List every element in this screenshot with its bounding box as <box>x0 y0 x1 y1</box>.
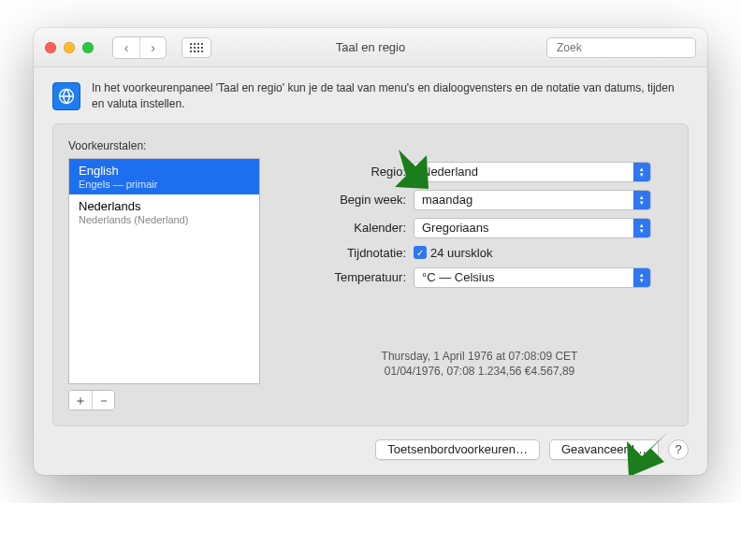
globe-icon <box>52 82 80 110</box>
week-value: maandag <box>422 193 472 207</box>
minimize-icon[interactable] <box>64 42 75 53</box>
help-button[interactable]: ? <box>668 439 689 460</box>
traffic-lights <box>45 42 94 53</box>
keyboard-prefs-button[interactable]: Toetsenbordvoorkeuren… <box>375 439 540 460</box>
region-label: Regio: <box>286 165 406 179</box>
calendar-value: Gregoriaans <box>422 221 489 235</box>
grid-icon <box>190 43 203 52</box>
languages-label: Voorkeurstalen: <box>68 139 260 152</box>
close-icon[interactable] <box>45 42 56 53</box>
languages-column: Voorkeurstalen: English Engels — primair… <box>68 139 260 410</box>
add-remove: ＋ － <box>68 390 115 410</box>
chevron-updown-icon <box>633 191 650 209</box>
search-input[interactable] <box>557 41 697 54</box>
time-checkbox[interactable]: ✓ <box>414 246 427 259</box>
week-label: Begin week: <box>286 193 406 207</box>
form: Regio: Nederland Begin week: maandag <box>286 162 673 295</box>
temp-value: °C — Celsius <box>422 270 494 284</box>
week-select[interactable]: maandag <box>414 190 651 210</box>
list-item[interactable]: Nederlands Nederlands (Nederland) <box>69 194 259 230</box>
time-label: Tijdnotatie: <box>286 246 406 260</box>
search-field[interactable] <box>546 37 696 58</box>
right-column: Regio: Nederland Begin week: maandag <box>286 139 673 410</box>
temp-label: Temperatuur: <box>286 270 406 284</box>
list-item-name: Nederlands <box>79 199 250 213</box>
list-item-name: English <box>79 164 250 178</box>
prefs-window: ‹ › Taal en regio In het voorkeurenpanee… <box>34 28 707 475</box>
nav-group: ‹ › <box>112 36 167 59</box>
calendar-select[interactable]: Gregoriaans <box>414 218 651 238</box>
format-preview: Thursday, 1 April 1976 at 07:08:09 CET 0… <box>286 350 673 380</box>
zoom-icon[interactable] <box>82 42 94 53</box>
region-value: Nederland <box>422 165 478 179</box>
region-select[interactable]: Nederland <box>414 162 651 182</box>
languages-list[interactable]: English Engels — primair Nederlands Nede… <box>68 158 260 384</box>
remove-button[interactable]: － <box>92 391 114 409</box>
back-button[interactable]: ‹ <box>113 37 139 58</box>
show-all-button[interactable] <box>182 37 211 58</box>
chevron-updown-icon <box>633 163 650 181</box>
preview-line1: Thursday, 1 April 1976 at 07:08:09 CET <box>286 350 673 363</box>
chevron-updown-icon <box>633 219 650 237</box>
temp-select[interactable]: °C — Celsius <box>414 267 651 288</box>
list-item-sub: Engels — primair <box>79 179 250 190</box>
add-button[interactable]: ＋ <box>69 391 92 409</box>
chevron-updown-icon <box>633 268 650 287</box>
settings-pane: Voorkeurstalen: English Engels — primair… <box>52 123 689 426</box>
list-item[interactable]: English Engels — primair <box>69 159 259 194</box>
advanced-button[interactable]: Geavanceerd… <box>549 439 659 460</box>
preview-line2: 01/04/1976, 07:08 1.234,56 €4.567,89 <box>286 365 673 378</box>
list-item-sub: Nederlands (Nederland) <box>79 214 250 225</box>
titlebar: ‹ › Taal en regio <box>34 28 707 67</box>
intro-text: In het voorkeurenpaneel 'Taal en regio' … <box>92 80 689 112</box>
calendar-label: Kalender: <box>286 221 406 235</box>
time-checkbox-label: 24 uursklok <box>430 246 492 260</box>
bottom-bar: Toetsenbordvoorkeuren… Geavanceerd… ? <box>52 426 689 460</box>
forward-button[interactable]: › <box>139 37 166 58</box>
content: In het voorkeurenpaneel 'Taal en regio' … <box>34 67 707 475</box>
intro: In het voorkeurenpaneel 'Taal en regio' … <box>52 80 689 112</box>
